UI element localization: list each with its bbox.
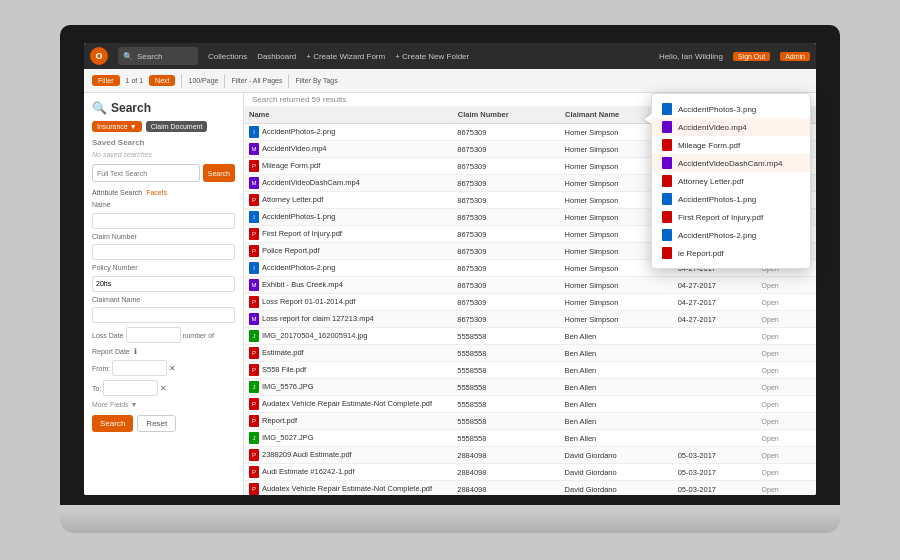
search-action-button[interactable]: Search <box>92 415 133 432</box>
file-type-icon: P <box>249 347 259 359</box>
loss-date-input[interactable] <box>126 327 181 343</box>
more-fields-label: More Fields <box>92 401 129 408</box>
claim-doc-dropdown[interactable]: Claim Document <box>146 121 208 132</box>
logo-letter: O <box>95 51 102 61</box>
table-row[interactable]: JIMG_20170504_162005914.jpg 5558558 Ben … <box>244 328 816 345</box>
cell-claim: 5558558 <box>452 413 559 430</box>
admin-button[interactable]: Admin <box>780 52 810 61</box>
next-button[interactable]: Next <box>149 75 175 86</box>
to-clear-icon[interactable]: ✕ <box>160 384 167 393</box>
popup-item[interactable]: AccidentPhotos-3.png <box>652 100 810 118</box>
file-type-icon: M <box>249 313 259 325</box>
table-row[interactable]: PAudi Estimate #16242-1.pdf 2884098 Davi… <box>244 464 816 481</box>
file-type-icon: P <box>249 296 259 308</box>
claimant-name-label: Claimant Name <box>92 296 235 303</box>
col-claim: Claim Number <box>452 106 559 124</box>
nav-create-folder[interactable]: + Create New Folder <box>395 52 469 61</box>
cell-claim: 5558558 <box>452 328 559 345</box>
file-type-icon: M <box>249 279 259 291</box>
claim-number-label: Claim Number <box>92 233 235 240</box>
full-text-search-row: Search <box>84 160 243 186</box>
filter-all-pages[interactable]: Filter - All Pages <box>231 77 282 84</box>
popup-item-name: le Report.pdf <box>678 249 724 258</box>
popup-item-name: AccidentPhotos-3.png <box>678 105 756 114</box>
table-row[interactable]: JIMG_5027.JPG 5558558 Ben Allen Open <box>244 430 816 447</box>
no-saved-searches: No saved searches <box>84 149 243 160</box>
table-row[interactable]: PAudatex Vehicle Repair Estimate-Not Com… <box>244 396 816 413</box>
table-row[interactable]: P2388209 Audi Estimate.pdf 2884098 David… <box>244 447 816 464</box>
cell-claim: 8675309 <box>452 158 559 175</box>
popup-item[interactable]: AccidentVideoDashCam.mp4 <box>652 154 810 172</box>
cell-loss-date <box>673 328 757 345</box>
nav-dashboard[interactable]: Dashboard <box>257 52 296 61</box>
popup-item[interactable]: First Report of Injury.pdf <box>652 208 810 226</box>
filter-by-tags[interactable]: Filter By Tags <box>295 77 337 84</box>
cell-name: PReport.pdf <box>244 413 452 430</box>
cell-claimant: Ben Allen <box>560 379 673 396</box>
nav-collections[interactable]: Collections <box>208 52 247 61</box>
table-row[interactable]: PLoss Report 01-01-2014.pdf 8675309 Home… <box>244 294 816 311</box>
popup-file-icon <box>662 175 672 187</box>
popup-arrow <box>644 114 652 124</box>
action-buttons: Search Reset <box>84 411 243 436</box>
insurance-label: Insurance <box>97 123 128 130</box>
facets-link[interactable]: Facets <box>146 189 167 196</box>
name-input[interactable] <box>92 213 235 229</box>
table-row[interactable]: PAudatex Vehicle Repair Estimate-Not Com… <box>244 481 816 496</box>
table-row[interactable]: JIMG_5576.JPG 5558558 Ben Allen Open <box>244 379 816 396</box>
insurance-dropdown[interactable]: Insurance ▼ <box>92 121 142 132</box>
file-type-icon: P <box>249 398 259 410</box>
cell-status: Open <box>757 430 816 447</box>
table-row[interactable]: PS558 File.pdf 5558558 Ben Allen Open <box>244 362 816 379</box>
cell-claim: 8675309 <box>452 311 559 328</box>
from-clear-icon[interactable]: ✕ <box>169 364 176 373</box>
table-row[interactable]: PReport.pdf 5558558 Ben Allen Open <box>244 413 816 430</box>
cell-name: PS558 File.pdf <box>244 362 452 379</box>
policy-number-input[interactable] <box>92 276 235 292</box>
popup-item[interactable]: le Report.pdf <box>652 244 810 262</box>
cell-claim: 8675309 <box>452 277 559 294</box>
file-type-icon: P <box>249 483 259 495</box>
full-text-search-button[interactable]: Search <box>203 164 235 182</box>
claimant-name-input[interactable] <box>92 307 235 323</box>
filter-button[interactable]: Filter <box>92 75 120 86</box>
popup-item[interactable]: AccidentPhotos-2.png <box>652 226 810 244</box>
file-type-icon: P <box>249 245 259 257</box>
top-nav: O 🔍 Search Collections Dashboard + Creat… <box>84 43 816 69</box>
to-date-input[interactable] <box>103 380 158 396</box>
file-type-icon: M <box>249 143 259 155</box>
table-row[interactable]: PEstimate.pdf 5558558 Ben Allen Open <box>244 345 816 362</box>
cell-name: IAccidentPhotos-2.png <box>244 124 452 141</box>
popup-item[interactable]: Mileage Form.pdf <box>652 136 810 154</box>
cell-claim: 5558558 <box>452 430 559 447</box>
cell-claim: 8675309 <box>452 226 559 243</box>
from-label: From: <box>92 365 110 372</box>
full-text-search-input[interactable] <box>92 164 200 182</box>
popup-file-icon <box>662 121 672 133</box>
sign-out-button[interactable]: Sign Out <box>733 52 770 61</box>
cell-loss-date <box>673 379 757 396</box>
popup-item[interactable]: AccidentPhotos-1.png <box>652 190 810 208</box>
cell-status: Open <box>757 362 816 379</box>
popup-file-icon <box>662 193 672 205</box>
table-row[interactable]: MLoss report for claim 127213.mp4 867530… <box>244 311 816 328</box>
cell-claim: 8675309 <box>452 243 559 260</box>
cell-claimant: Homer Simpson <box>560 294 673 311</box>
cell-loss-date <box>673 396 757 413</box>
cell-claimant: David Giordano <box>560 447 673 464</box>
cell-claimant: David Giordano <box>560 464 673 481</box>
nav-search-box[interactable]: 🔍 Search <box>118 47 198 65</box>
report-date-row: Report Date ℹ <box>84 345 243 358</box>
from-date-input[interactable] <box>112 360 167 376</box>
popup-item[interactable]: AccidentVideo.mp4 <box>652 118 810 136</box>
cell-status: Open <box>757 481 816 496</box>
table-row[interactable]: MExhibit - Bus Creek.mp4 8675309 Homer S… <box>244 277 816 294</box>
per-page-selector[interactable]: 100/Page <box>188 77 218 84</box>
more-fields-toggle[interactable]: More Fields ▼ <box>84 398 243 411</box>
reset-button[interactable]: Reset <box>137 415 176 432</box>
popup-item[interactable]: Attorney Letter.pdf <box>652 172 810 190</box>
cell-loss-date: 05-03-2017 <box>673 481 757 496</box>
nav-create-wizard[interactable]: + Create Wizard Form <box>306 52 385 61</box>
panel-title-row: 🔍 Search <box>84 93 243 119</box>
claim-number-input[interactable] <box>92 244 235 260</box>
